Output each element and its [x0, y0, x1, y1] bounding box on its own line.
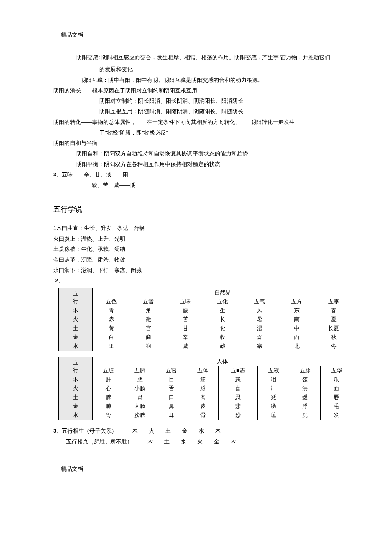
td: 长夏 [315, 324, 352, 333]
td: 收 [204, 333, 241, 342]
yinyang-zihe-sub2-t: 阴阳平衡： [76, 161, 104, 167]
td: 酸 [167, 306, 204, 315]
td: 毛 [321, 402, 352, 411]
th: 五色 [93, 297, 130, 306]
td: 喜 [219, 384, 258, 393]
table-row: 木青角酸生风东春 [59, 306, 352, 315]
th: 五脉 [289, 366, 321, 375]
td: 藏 [204, 342, 241, 351]
td: 北 [278, 342, 315, 351]
table-row: 土黄宫甘化湿中长夏 [59, 324, 352, 333]
td: 心 [93, 384, 124, 393]
td: 冬 [315, 342, 352, 351]
td: 肝 [93, 375, 124, 384]
td: 小肠 [124, 384, 156, 393]
th: 五脏 [93, 366, 124, 375]
sheng-chain: 木——火——土——金——水——木 [132, 428, 221, 434]
td: 皮 [187, 402, 219, 411]
td: 舌 [156, 384, 187, 393]
col-head-l2: 行 [73, 367, 78, 373]
td: 思 [219, 393, 258, 402]
td: 弦 [289, 375, 321, 384]
td: 暑 [241, 315, 278, 324]
td: 生 [204, 306, 241, 315]
yinyang-zhuanhua-p1: 阴阳的转化——事物的总体属性， [53, 119, 136, 125]
wuxing-l1-text: 木曰曲直：生长、升发、条达、舒畅 [56, 225, 145, 231]
wuxing-ke: 五行相克（所胜、所不胜） 木——土——水——火——金——木 [53, 437, 349, 447]
td: 里 [93, 342, 130, 351]
yinyang-hugen-text: 阴随阳消、阳随阴消、阴随阳长、阳随阴长 [138, 108, 243, 115]
td: 风 [241, 306, 278, 315]
th: 五气 [241, 297, 278, 306]
yinyang-jiaogan-title: 阴阳交感: [76, 54, 100, 60]
body-table: 五 行 人体 五脏 五腑 五官 五体 五■志 五液 五脉 五华 木肝胆目筋怒泪弦… [58, 357, 352, 420]
td: 面 [321, 384, 352, 393]
rk: 水 [59, 342, 93, 351]
table-row: 木肝胆目筋怒泪弦爪 [59, 375, 352, 384]
wuxing-title: 五行学说 [53, 203, 349, 216]
td: 黄 [93, 324, 130, 333]
wuxing-sheng: 3、五行相生（母子关系） 木——火——土——金——水——木 [53, 426, 349, 437]
td: 中 [278, 324, 315, 333]
nature-table: 五 行 自然界 五色 五音 五味 五化 五气 五方 五季 木青角酸生风东春 火赤… [58, 288, 352, 351]
yinyang-zihe-sub1: 阴阳自和：阴阳双方自动维持和自动恢复其协调平衡状态的能力和趋势 [53, 149, 349, 159]
wuwei-line2: 酸、苦、咸——阴 [53, 180, 349, 191]
rk: 土 [59, 324, 93, 333]
yinyang-duili-text: 阴长阳消、阳长阴消、阴消阳长、阳消阴长 [138, 98, 243, 104]
table-row: 五 行 自然界 [59, 288, 352, 297]
rk: 金 [59, 402, 93, 411]
yinyang-zihe-title: 阴阳的自和与平衡 [53, 138, 349, 149]
td: 赤 [93, 315, 130, 324]
table-num: 2、 [53, 276, 349, 286]
th: 五腑 [124, 366, 156, 375]
td: 爪 [321, 375, 352, 384]
td: 唾 [258, 411, 289, 420]
yinyang-zhuanhua-line1: 阴阳的转化——事物的总体属性， 在一定条件下可向其相反的方向转化。 阴阳转化一般… [53, 117, 349, 128]
yinyang-jiaogan-line2: 的发展和变化 [53, 64, 349, 75]
td: 南 [278, 315, 315, 324]
yinyang-hucang-text: 阴中有阳，阳中有阴。阴阳互藏是阴阳交感的合和的动力根源。 [108, 77, 263, 83]
td: 恐 [219, 411, 258, 420]
td: 洪 [289, 384, 321, 393]
table-row: 火心小肠舌脉喜汗洪面 [59, 384, 352, 393]
td: 膀胱 [124, 411, 156, 420]
td: 肺 [93, 402, 124, 411]
td: 肉 [187, 393, 219, 402]
td: 骨 [187, 411, 219, 420]
td: 涕 [258, 402, 289, 411]
yinyang-duili-title: 阴阳对立制约： [99, 98, 138, 104]
table-row: 金肺大肠鼻皮悲涕浮毛 [59, 402, 352, 411]
sheng-label: 、五行相生（母子关系） [56, 428, 117, 434]
td: 夏 [315, 315, 352, 324]
td: 悲 [219, 402, 258, 411]
td: 苦 [167, 315, 204, 324]
td: 寒 [241, 342, 278, 351]
rk: 木 [59, 306, 93, 315]
table-row: 金白商辛收燥西秋 [59, 333, 352, 342]
yinyang-zhuanhua-p2: 在一定条件下可向其相反的方向转化。 [147, 119, 241, 125]
td: 涎 [258, 393, 289, 402]
td: 青 [93, 306, 130, 315]
th: 五体 [187, 366, 219, 375]
wuwei-line1: 3、五味——辛、甘、淡——阳 [53, 170, 349, 180]
td: 浮 [289, 402, 321, 411]
table-row: 五 行 人体 [59, 357, 352, 366]
td: 春 [315, 306, 352, 315]
td: 宫 [130, 324, 167, 333]
table-num-suffix: 、 [58, 277, 63, 284]
td: 胃 [124, 393, 156, 402]
td: 白 [93, 333, 130, 342]
rk: 木 [59, 375, 93, 384]
td: 泪 [258, 375, 289, 384]
th: 五■志 [219, 366, 258, 375]
td: 汗 [258, 384, 289, 393]
table-row: 水里羽咸藏寒北冬 [59, 342, 352, 351]
rk: 水 [59, 411, 93, 420]
wuwei-title: 、五味——辛、甘、淡——阳 [56, 171, 128, 178]
td: 目 [156, 375, 187, 384]
td: 鼻 [156, 402, 187, 411]
col-head-l1: 五 [73, 290, 78, 296]
table-row: 水肾膀胱耳骨恐唾沉发 [59, 411, 352, 420]
yinyang-xiaozhang-title: 阴阳的消长——根本原因在于阴阳对立制约和阴阳互根互用 [53, 86, 349, 96]
td: 角 [130, 306, 167, 315]
